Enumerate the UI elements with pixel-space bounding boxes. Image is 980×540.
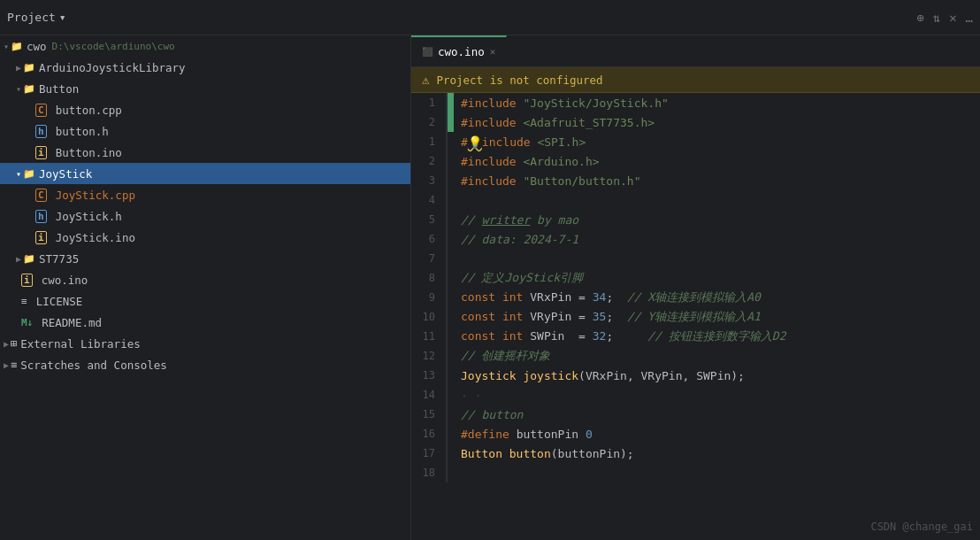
sidebar-item-st7735-folder[interactable]: ▶ 📁 ST7735 — [0, 248, 410, 269]
sidebar-item-cwo-ino[interactable]: i cwo.ino — [0, 269, 410, 290]
code-line[interactable]: #include <Adafruit_ST7735.h> — [454, 112, 979, 132]
gutter — [447, 424, 454, 444]
code-line[interactable]: const int SWPin = 32; // 按钮连接到数字输入D2 — [454, 327, 979, 346]
code-line[interactable]: Joystick joystick(VRxPin, VRyPin, SWPin)… — [454, 366, 979, 385]
code-line[interactable]: // writter by mao — [454, 210, 979, 229]
line-number: 17 — [411, 444, 447, 463]
tab-close-icon[interactable]: ✕ — [490, 46, 496, 58]
chevron-right-icon: ▶ — [16, 254, 21, 264]
sidebar-item-cwo[interactable]: ▾ 📁 cwo D:\vscode\ardiuno\cwo — [0, 35, 410, 57]
sidebar-item-button-h[interactable]: h button.h — [0, 120, 410, 142]
sidebar-item-external-libs[interactable]: ▶ ⊞ External Libraries — [0, 333, 410, 354]
line-number: 15 — [411, 405, 447, 424]
code-line[interactable]: // button — [454, 405, 979, 424]
main-layout: ▾ 📁 cwo D:\vscode\ardiuno\cwo ▶ 📁 Arduin… — [0, 35, 980, 540]
sidebar-item-button-cpp[interactable]: C button.cpp — [0, 99, 410, 120]
gutter — [447, 190, 454, 210]
gutter — [447, 366, 454, 385]
gutter — [447, 171, 454, 190]
sidebar-item-label: JoyStick.cpp — [56, 189, 135, 202]
sidebar-item-arduino-library[interactable]: ▶ 📁 ArduinoJoystickLibrary — [0, 57, 410, 78]
sidebar-item-license[interactable]: ≡ LICENSE — [0, 290, 410, 312]
chevron-right-icon: ▶ — [4, 360, 9, 370]
sidebar-item-button-folder[interactable]: ▾ 📁 Button — [0, 78, 410, 99]
gutter — [447, 288, 454, 307]
table-row: 6 // data: 2024-7-1 — [411, 229, 979, 249]
code-line[interactable]: // 定义JoyStick引脚 — [454, 268, 979, 288]
line-number: 11 — [411, 327, 447, 346]
tab-bar: ⬛ cwo.ino ✕ — [411, 35, 980, 67]
line-number: 12 — [411, 346, 447, 366]
cwo-path: D:\vscode\ardiuno\cwo — [52, 41, 175, 52]
gutter — [447, 327, 454, 346]
sidebar: ▾ 📁 cwo D:\vscode\ardiuno\cwo ▶ 📁 Arduin… — [0, 35, 411, 540]
code-line[interactable]: const int VRxPin = 34; // X轴连接到模拟输入A0 — [454, 288, 979, 307]
code-editor[interactable]: 1 #include "JoyStick/JoyStick.h" 2 #incl… — [411, 93, 980, 540]
table-row: 1 #💡include <SPI.h> — [411, 132, 979, 151]
sidebar-item-joystick-folder[interactable]: ▾ 📁 JoyStick — [0, 163, 410, 184]
line-number: 14 — [411, 385, 447, 405]
table-row: 5 // writter by mao — [411, 210, 979, 229]
library-icon: ⊞ — [11, 337, 17, 350]
table-row: 18 — [411, 463, 979, 482]
code-line: · · — [454, 385, 979, 405]
chevron-right-icon: ▶ — [16, 63, 21, 73]
cpp-icon: C — [35, 189, 47, 202]
code-line[interactable]: #include "Button/button.h" — [454, 171, 979, 190]
code-line[interactable]: #💡include <SPI.h> — [454, 132, 979, 151]
sidebar-item-label: Button — [39, 82, 79, 96]
gutter — [447, 405, 454, 424]
chevron-down-icon: ▾ — [16, 84, 21, 94]
code-line[interactable]: Button button(buttonPin); — [454, 444, 979, 463]
sidebar-item-joystick-ino[interactable]: i JoyStick.ino — [0, 227, 410, 248]
table-row: 2 #include <Arduino.h> — [411, 151, 979, 171]
notification-bar: ⚠ Project is not configured — [411, 67, 980, 93]
notification-text: Project is not configured — [436, 73, 602, 87]
line-number: 2 — [411, 112, 447, 132]
table-row: 13 Joystick joystick(VRxPin, VRyPin, SWP… — [411, 366, 979, 385]
gutter — [447, 463, 454, 482]
code-line[interactable]: #include "JoyStick/JoyStick.h" — [454, 93, 979, 112]
ino-icon: i — [35, 146, 47, 159]
folder-icon: 📁 — [23, 62, 35, 73]
sidebar-item-joystick-cpp[interactable]: C JoyStick.cpp — [0, 184, 410, 205]
sidebar-item-button-ino[interactable]: i Button.ino — [0, 142, 410, 163]
code-line[interactable]: // data: 2024-7-1 — [454, 229, 979, 249]
line-number: 10 — [411, 307, 447, 327]
project-title[interactable]: Project ▾ — [7, 11, 66, 24]
chevron-down-icon: ▾ — [16, 169, 21, 179]
more-icon[interactable]: … — [966, 11, 973, 25]
line-number: 18 — [411, 463, 447, 482]
table-row: 7 — [411, 249, 979, 268]
chevron-right-icon: ▶ — [4, 339, 9, 349]
sidebar-item-joystick-h[interactable]: h JoyStick.h — [0, 205, 410, 227]
line-number: 3 — [411, 171, 447, 190]
code-line — [454, 463, 979, 482]
code-line[interactable]: // 创建摇杆对象 — [454, 346, 979, 366]
table-row: 15 // button — [411, 405, 979, 424]
sidebar-item-label: button.h — [56, 125, 109, 138]
folder-icon: 📁 — [23, 253, 35, 265]
code-line[interactable]: #define buttonPin 0 — [454, 424, 979, 444]
globe-icon[interactable]: ⊕ — [916, 11, 923, 25]
code-line[interactable]: const int VRyPin = 35; // Y轴连接到模拟输入A1 — [454, 307, 979, 327]
code-line[interactable]: #include <Arduino.h> — [454, 151, 979, 171]
sidebar-item-label: JoyStick.ino — [56, 231, 135, 244]
sidebar-item-readme[interactable]: M↓ README.md — [0, 312, 410, 333]
project-chevron-icon: ▾ — [59, 11, 66, 24]
sidebar-item-label: cwo — [27, 40, 47, 53]
h-icon: h — [35, 125, 47, 138]
line-number: 5 — [411, 210, 447, 229]
gutter — [447, 346, 454, 366]
close-icon[interactable]: ✕ — [949, 11, 956, 25]
txt-icon: ≡ — [21, 296, 27, 307]
line-number: 13 — [411, 366, 447, 385]
tab-cwo-ino[interactable]: ⬛ cwo.ino ✕ — [411, 35, 507, 66]
watermark: CSDN @change_gai — [870, 521, 973, 533]
warning-icon: ⚠ — [422, 73, 429, 87]
sidebar-item-label: Scratches and Consoles — [20, 359, 167, 372]
arrows-icon[interactable]: ⇅ — [933, 11, 940, 25]
table-row: 9 const int VRxPin = 34; // X轴连接到模拟输入A0 — [411, 288, 979, 307]
sidebar-item-label: ST7735 — [39, 252, 79, 266]
sidebar-item-scratches[interactable]: ▶ ≡ Scratches and Consoles — [0, 354, 410, 375]
